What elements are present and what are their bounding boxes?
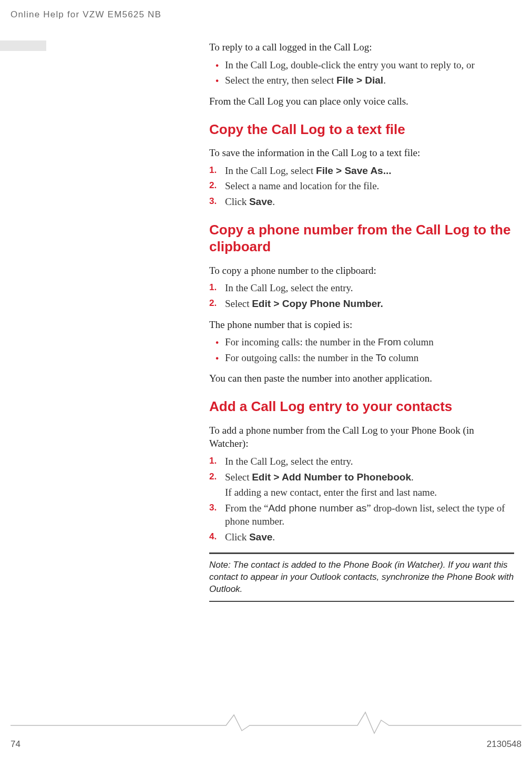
- menu-path: Edit > Copy Phone Number.: [252, 298, 383, 309]
- item-text: In the Call Log, select the entry.: [225, 455, 514, 468]
- tab-marker: [0, 40, 46, 51]
- note-block: Note: The contact is added to the Phone …: [209, 552, 514, 602]
- list-item: 3. Click Save.: [209, 195, 514, 209]
- text: For incoming calls: the number in the: [225, 336, 378, 347]
- list-item: 2. Select a name and location for the fi…: [209, 179, 514, 193]
- step-number: 2.: [209, 470, 225, 483]
- section-heading-copy-text: Copy the Call Log to a text file: [209, 121, 514, 138]
- item-text: Click Save.: [225, 195, 514, 209]
- list-item: 1. In the Call Log, select File > Save A…: [209, 164, 514, 178]
- menu-path: File > Dial: [336, 75, 383, 86]
- step-number: 1.: [209, 164, 225, 177]
- text: From the “: [225, 503, 268, 514]
- page-header: Online Help for VZW EM5625 NB: [11, 9, 161, 20]
- text: For outgoing calls: the number in the: [225, 352, 376, 363]
- step-number: 2.: [209, 297, 225, 310]
- list-item: 3. From the “Add phone number as” drop-d…: [209, 501, 514, 528]
- text: Click: [225, 531, 249, 542]
- section-heading-add-contacts: Add a Call Log entry to your contacts: [209, 398, 514, 415]
- sec2-lead: To copy a phone number to the clipboard:: [209, 264, 514, 278]
- step-number: 1.: [209, 455, 225, 467]
- item-text: Select Edit > Add Number to Phonebook. I…: [225, 470, 514, 499]
- sec2-mid: The phone number that is copied is:: [209, 318, 514, 332]
- bullet-icon: •: [209, 58, 225, 71]
- sec1-steps: 1. In the Call Log, select File > Save A…: [209, 164, 514, 209]
- text: In the Call Log, select: [225, 165, 316, 176]
- text: column: [401, 336, 434, 347]
- item-text: Select the entry, then select File > Dia…: [225, 74, 514, 87]
- item-text: From the “Add phone number as” drop-down…: [225, 501, 514, 528]
- list-item: 1. In the Call Log, select the entry.: [209, 455, 514, 468]
- list-item: 2. Select Edit > Copy Phone Number.: [209, 297, 514, 311]
- sec1-lead: To save the information in the Call Log …: [209, 146, 514, 160]
- section-heading-copy-clipboard: Copy a phone number from the Call Log to…: [209, 221, 514, 255]
- text: .: [383, 75, 386, 86]
- list-item: • For incoming calls: the number in the …: [209, 335, 514, 349]
- text: Select the entry, then select: [225, 75, 336, 86]
- intro-bullets: • In the Call Log, double-click the entr…: [209, 58, 514, 87]
- list-item: • In the Call Log, double-click the entr…: [209, 58, 514, 72]
- ui-label: Save: [249, 531, 272, 542]
- text: Select: [225, 472, 252, 483]
- item-text: Select a name and location for the file.: [225, 179, 514, 193]
- step-number: 1.: [209, 281, 225, 294]
- menu-path: File > Save As...: [316, 165, 391, 176]
- list-item: • For outgoing calls: the number in the …: [209, 351, 514, 365]
- step-number: 2.: [209, 179, 225, 192]
- sec3-steps: 1. In the Call Log, select the entry. 2.…: [209, 455, 514, 544]
- footer-decoration: [0, 704, 532, 736]
- bullet-icon: •: [209, 335, 225, 349]
- list-item: 2. Select Edit > Add Number to Phonebook…: [209, 470, 514, 499]
- ui-label: Save: [249, 196, 272, 207]
- text: .: [272, 531, 275, 542]
- sec2-after: You can then paste the number into anoth…: [209, 372, 514, 385]
- bullet-icon: •: [209, 351, 225, 364]
- sec2-bullets: • For incoming calls: the number in the …: [209, 335, 514, 364]
- menu-path: Edit > Add Number to Phonebook: [252, 472, 411, 483]
- text: .: [272, 196, 275, 207]
- sec2-steps: 1. In the Call Log, select the entry. 2.…: [209, 281, 514, 310]
- step-extra: If adding a new contact, enter the first…: [225, 486, 514, 499]
- divider: [209, 552, 514, 554]
- main-content: To reply to a call logged in the Call Lo…: [209, 40, 514, 602]
- ui-label: Add phone number as: [268, 503, 366, 514]
- item-text: Select Edit > Copy Phone Number.: [225, 297, 514, 311]
- text: .: [411, 472, 414, 483]
- step-number: 4.: [209, 530, 225, 543]
- doc-number: 2130548: [487, 739, 521, 750]
- page-footer: 74 2130548: [11, 739, 521, 750]
- step-number: 3.: [209, 195, 225, 208]
- item-text: In the Call Log, double-click the entry …: [225, 58, 514, 72]
- list-item: 4. Click Save.: [209, 530, 514, 544]
- list-item: • Select the entry, then select File > D…: [209, 74, 514, 87]
- list-item: 1. In the Call Log, select the entry.: [209, 281, 514, 295]
- note-text: Note: The contact is added to the Phone …: [209, 559, 514, 596]
- text: column: [386, 352, 419, 363]
- page-number: 74: [11, 739, 21, 750]
- item-text: In the Call Log, select File > Save As..…: [225, 164, 514, 178]
- sec3-lead: To add a phone number from the Call Log …: [209, 424, 514, 450]
- text: Click: [225, 196, 249, 207]
- intro-lead: To reply to a call logged in the Call Lo…: [209, 40, 514, 54]
- item-text: For incoming calls: the number in the Fr…: [225, 335, 514, 349]
- bullet-icon: •: [209, 74, 225, 87]
- ui-label: From: [378, 336, 401, 347]
- item-text: Click Save.: [225, 530, 514, 544]
- item-text: For outgoing calls: the number in the To…: [225, 351, 514, 365]
- intro-after: From the Call Log you can place only voi…: [209, 95, 514, 108]
- divider: [209, 601, 514, 602]
- item-text: In the Call Log, select the entry.: [225, 281, 514, 295]
- ui-label: To: [376, 352, 386, 363]
- step-number: 3.: [209, 501, 225, 514]
- text: Select: [225, 298, 252, 309]
